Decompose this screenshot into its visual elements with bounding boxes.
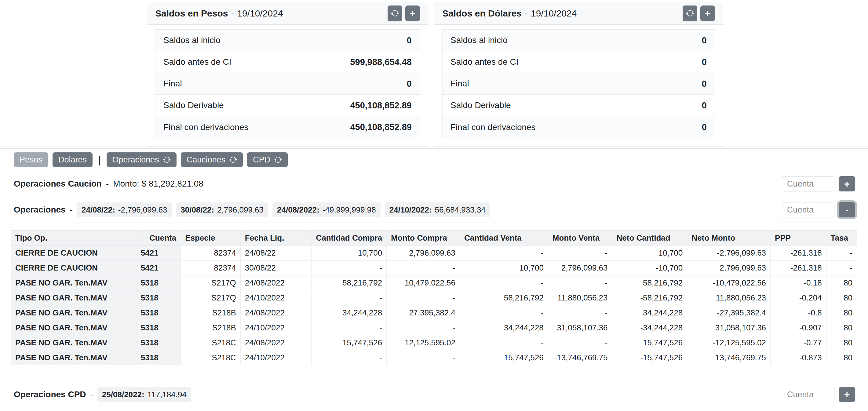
saldo-value: 0 bbox=[702, 122, 707, 132]
card-title-pesos: Saldos en Pesos - 19/10/2024 bbox=[155, 8, 283, 19]
date-amount-badge: 25/08/2022: 117,184.94 bbox=[97, 387, 191, 402]
saldo-label: Final con derivaciones bbox=[163, 122, 249, 132]
date-amount-badge: 24/10/2022: 56,684,933.34 bbox=[385, 202, 490, 217]
cell-monto-compra: - bbox=[387, 290, 460, 305]
cell-monto-compra: - bbox=[387, 320, 460, 335]
caucion-add-button[interactable]: + bbox=[839, 176, 855, 191]
cell-neto-cantidad: -15,747,526 bbox=[612, 350, 687, 365]
cell-neto-cantidad: -10,700 bbox=[612, 260, 687, 276]
cell-neto-cantidad: -58,216,792 bbox=[612, 290, 687, 305]
cell-neto-cantidad: 15,747,526 bbox=[612, 335, 687, 350]
caucion-title: Operaciones Caucion bbox=[14, 179, 102, 189]
cell-ppp: -0.907 bbox=[771, 320, 827, 335]
section-refresh-button[interactable]: CPD bbox=[247, 152, 288, 167]
table-header-cell: Cantidad Compra bbox=[312, 230, 387, 246]
cell-neto-monto: -10,479,022.56 bbox=[687, 276, 771, 290]
badge-value: 56,684,933.34 bbox=[435, 205, 486, 215]
dolares-button[interactable]: Dolares bbox=[53, 152, 93, 167]
operaciones-remove-button[interactable]: - bbox=[839, 202, 855, 217]
cell-neto-cantidad: -34,244,228 bbox=[612, 320, 687, 335]
cell-tasa: 80 bbox=[826, 290, 857, 305]
cell-monto-compra: - bbox=[387, 260, 460, 276]
saldo-value: 0 bbox=[702, 100, 707, 110]
dash: - bbox=[70, 205, 73, 215]
pesos-button[interactable]: Pesos bbox=[14, 152, 48, 167]
cpd-add-button[interactable]: + bbox=[839, 387, 855, 402]
operaciones-table: Tipo Op. Cuenta Especie Fecha Liq. Canti… bbox=[11, 230, 857, 365]
saldo-value: 0 bbox=[407, 35, 412, 45]
dash: - bbox=[525, 8, 528, 19]
cell-cuenta: 5318 bbox=[136, 335, 181, 350]
saldo-row: Final 0 bbox=[155, 73, 420, 95]
table-row: PASE NO GAR. Ten.MAV 5318 S218B 24/08/20… bbox=[11, 305, 857, 320]
saldos-area: Saldos en Pesos - 19/10/2024 + bbox=[0, 0, 868, 149]
cell-tipo-op: PASE NO GAR. Ten.MAV bbox=[11, 290, 136, 305]
saldo-value: 0 bbox=[407, 79, 412, 89]
section-refresh-button[interactable]: Operaciones bbox=[106, 152, 177, 167]
badge-date: 24/10/2022: bbox=[390, 205, 432, 215]
cell-especie: S217Q bbox=[181, 276, 241, 290]
section-refresh-button[interactable]: Cauciones bbox=[181, 152, 243, 167]
cell-monto-venta: 31,058,107.36 bbox=[548, 320, 612, 335]
cell-tasa: 80 bbox=[826, 305, 857, 320]
saldo-value: 0 bbox=[702, 35, 707, 45]
cell-neto-monto: 11,880,056.23 bbox=[687, 290, 771, 305]
saldo-label: Final bbox=[163, 79, 182, 89]
date-amount-badge: 24/08/22: -2,796,099.63 bbox=[77, 202, 172, 217]
cuenta-input-cpd[interactable] bbox=[782, 387, 834, 402]
cell-tipo-op: CIERRE DE CAUCION bbox=[11, 260, 136, 276]
cell-monto-compra: 10,479,022.56 bbox=[387, 276, 460, 290]
cell-fecha-liq: 24/10/2022 bbox=[240, 350, 312, 365]
cell-cantidad-venta: 58,216,792 bbox=[460, 290, 548, 305]
card-date: 19/10/2024 bbox=[237, 8, 283, 19]
saldo-label: Saldo Derivable bbox=[451, 100, 511, 110]
badge-date: 30/08/22: bbox=[181, 205, 214, 215]
cuenta-input-caucion[interactable] bbox=[782, 176, 834, 191]
caucion-monto: Monto: $ 81,292,821.08 bbox=[113, 179, 204, 189]
cell-cantidad-venta: - bbox=[460, 335, 548, 350]
saldo-label: Saldos al inicio bbox=[451, 35, 507, 45]
cell-monto-venta: 13,746,769.75 bbox=[548, 350, 612, 365]
dolares-refresh-button[interactable] bbox=[683, 5, 697, 21]
badge-value: -49,999,999.98 bbox=[322, 205, 376, 215]
saldo-label: Saldo antes de CI bbox=[451, 57, 519, 67]
card-title-text: Saldos en Pesos bbox=[155, 8, 228, 19]
cell-cuenta: 5421 bbox=[136, 260, 181, 276]
saldo-row: Saldos al inicio 0 bbox=[155, 30, 420, 51]
saldo-label: Final con derivaciones bbox=[451, 122, 536, 132]
badge-value: 117,184.94 bbox=[148, 390, 187, 400]
refresh-icon bbox=[391, 9, 399, 18]
table-header-row: Tipo Op. Cuenta Especie Fecha Liq. Canti… bbox=[11, 230, 857, 246]
operaciones-section: Operaciones - 24/08/22: -2,796,099.63 30… bbox=[0, 197, 868, 223]
saldo-row: Saldo Derivable 0 bbox=[442, 95, 715, 116]
cell-fecha-liq: 24/10/2022 bbox=[240, 320, 312, 335]
cell-tipo-op: PASE NO GAR. Ten.MAV bbox=[11, 276, 136, 290]
pesos-refresh-button[interactable] bbox=[388, 5, 402, 21]
saldo-label: Saldo antes de CI bbox=[163, 57, 231, 67]
cell-monto-compra: 2,796,099.63 bbox=[387, 246, 460, 260]
cell-cuenta: 5318 bbox=[136, 305, 181, 320]
pesos-add-button[interactable]: + bbox=[405, 5, 420, 21]
dash: - bbox=[106, 179, 109, 189]
cell-neto-monto: -12,125,595.02 bbox=[687, 335, 771, 350]
cell-monto-venta: 2,796,099.63 bbox=[548, 260, 612, 276]
table-body: CIERRE DE CAUCION 5421 82374 24/08/22 10… bbox=[11, 246, 857, 365]
saldo-value: 0 bbox=[702, 79, 707, 89]
cuenta-input-operaciones[interactable] bbox=[782, 202, 834, 217]
operaciones-table-wrap: Tipo Op. Cuenta Especie Fecha Liq. Canti… bbox=[0, 223, 868, 379]
cell-tipo-op: PASE NO GAR. Ten.MAV bbox=[11, 305, 136, 320]
cell-monto-venta: - bbox=[548, 335, 612, 350]
cell-monto-compra: - bbox=[387, 350, 460, 365]
plus-icon: + bbox=[410, 9, 415, 18]
saldo-row: Saldo antes de CI 599,988,654.48 bbox=[155, 51, 420, 73]
cell-cantidad-compra: 34,244,228 bbox=[312, 305, 387, 320]
saldo-row: Final con derivaciones 0 bbox=[442, 116, 715, 138]
cell-cantidad-compra: 15,747,526 bbox=[312, 335, 387, 350]
badge-date: 24/08/2022: bbox=[277, 205, 319, 215]
cell-cuenta: 5318 bbox=[136, 290, 181, 305]
cell-ppp: -261.318 bbox=[771, 260, 827, 276]
cell-especie: 82374 bbox=[181, 260, 241, 276]
card-date: 19/10/2024 bbox=[531, 8, 577, 19]
cell-especie: S218B bbox=[181, 305, 241, 320]
dolares-add-button[interactable]: + bbox=[700, 5, 715, 21]
